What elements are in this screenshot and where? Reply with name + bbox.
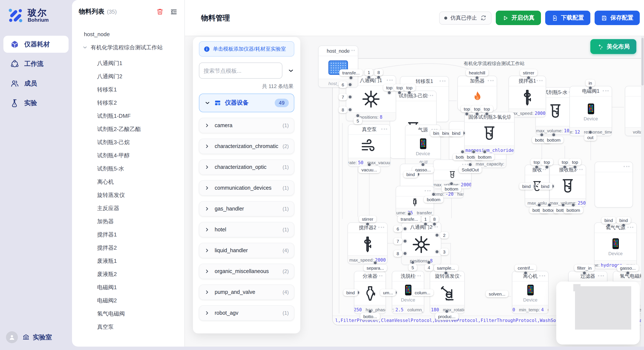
tree-item-20[interactable]: 真空泵: [72, 320, 184, 334]
port-chip-bottom[interactable]: bottom: [544, 137, 564, 143]
minimap-panel[interactable]: [556, 282, 640, 345]
sidebar-item-1[interactable]: 工作流: [4, 55, 68, 72]
save-config-button[interactable]: 保存配置: [594, 11, 640, 25]
sidebar-item-3[interactable]: 实验: [4, 94, 68, 111]
category-camera[interactable]: camera(1): [199, 118, 294, 133]
port-chip-6[interactable]: 6: [394, 225, 402, 232]
port-chip-bottom[interactable]: bottom: [564, 207, 583, 213]
port-chip-heatchill[interactable]: heatchill: [466, 69, 488, 76]
port-chip-gasso[interactable]: gasso...: [617, 265, 639, 271]
port-chip-bind[interactable]: bind: [538, 183, 552, 190]
panel-collapse-icon[interactable]: [288, 67, 294, 74]
node-menu-icon[interactable]: [427, 95, 433, 96]
node-menu-icon[interactable]: [432, 226, 438, 227]
port-chip-5[interactable]: 5: [354, 117, 362, 124]
node-menu-icon[interactable]: [415, 275, 421, 276]
port-chip-bottom[interactable]: bottom: [424, 196, 444, 203]
port-chip-vacuu[interactable]: vacuu...: [358, 166, 380, 173]
canvas-node-真空泵[interactable]: 真空泵pump_rate: 50max_vacuum: 0.1: [348, 124, 390, 167]
port-chip-7[interactable]: 7: [338, 94, 347, 100]
port-chip-SolidOut[interactable]: SolidOut: [459, 166, 482, 173]
category-pump_and_valve[interactable]: pump_and_valve(4): [199, 285, 294, 300]
node-menu-icon[interactable]: [425, 190, 430, 191]
port-chip-botto[interactable]: botto...: [360, 313, 380, 320]
port-chip-stirrer[interactable]: stirrer: [520, 69, 537, 76]
port-chip-bind[interactable]: bind: [449, 130, 464, 137]
node-menu-icon[interactable]: [577, 169, 583, 170]
tree-item-6[interactable]: 试剂瓶3-己烷: [72, 136, 184, 149]
tree-item-4[interactable]: 试剂瓶1-DMF: [72, 109, 184, 123]
port-chip-8[interactable]: 8: [430, 216, 439, 222]
sidebar-item-0[interactable]: 仪器耗材: [4, 36, 68, 53]
port-chip-4[interactable]: 4: [425, 264, 433, 271]
scrollbar-thumb[interactable]: [642, 38, 644, 85]
port-chip-transfe[interactable]: transfe...: [339, 69, 363, 76]
tree-item-5[interactable]: 试剂瓶2-乙酸乙酯: [72, 123, 184, 136]
canvas-node-partial-3[interactable]: voltage: 12: [625, 86, 641, 136]
port-chip-8[interactable]: 8: [338, 106, 347, 113]
node-menu-icon[interactable]: [378, 227, 384, 228]
tree-item-9[interactable]: 离心机: [72, 175, 184, 188]
port-chip-um[interactable]: um...: [380, 289, 396, 296]
port-chip-stirrer[interactable]: stirrer: [359, 216, 376, 222]
port-chip-bind[interactable]: bind: [602, 217, 616, 224]
tree-item-7[interactable]: 试剂瓶4-甲醇: [72, 149, 184, 162]
canvas-node-partial-0[interactable]: [594, 162, 633, 207]
node-menu-icon[interactable]: [387, 80, 393, 81]
port-chip-7[interactable]: 7: [394, 238, 402, 245]
port-chip-bottom[interactable]: bottom: [475, 154, 494, 160]
tree-item-root[interactable]: host_node: [72, 28, 184, 41]
port-chip-bottom[interactable]: bottom: [442, 185, 461, 192]
port-chip-top[interactable]: top: [481, 105, 493, 112]
port-chip-5[interactable]: 5: [408, 264, 417, 271]
port-chip-8[interactable]: 8: [374, 69, 383, 76]
port-chip-filterin[interactable]: filter_in: [574, 265, 594, 271]
download-config-button[interactable]: 下载配置: [545, 11, 590, 25]
tree-item-17[interactable]: 电磁阀1: [72, 281, 184, 294]
canvas-node-固体试剂瓶3-氯化镁[interactable]: 固体试剂瓶3-氯化镁agent: magnesium_chloridephys: [464, 112, 514, 154]
port-chip-1[interactable]: 1: [364, 69, 373, 76]
port-chip-transfe[interactable]: transfe...: [398, 216, 421, 222]
port-chip-bind[interactable]: bind: [616, 217, 631, 224]
node-menu-icon[interactable]: [462, 164, 468, 165]
node-menu-icon[interactable]: [440, 80, 446, 82]
refresh-icon[interactable]: [480, 15, 486, 21]
port-chip-bind[interactable]: bind: [519, 183, 534, 190]
canvas-node-搅拌器2[interactable]: 搅拌器2max_speed: 2000: [348, 222, 388, 264]
category-characterization_optic[interactable]: characterization_optic(1): [199, 160, 294, 175]
node-menu-icon[interactable]: [488, 80, 494, 81]
category-robot_agv[interactable]: robot_agv(1): [199, 305, 294, 321]
category-organic_miscellaneous[interactable]: organic_miscellaneous(2): [199, 264, 294, 279]
beautify-layout-button[interactable]: 美化布局: [590, 39, 636, 54]
category-communication_devices[interactable]: communication_devices(1): [199, 180, 294, 196]
avatar[interactable]: [6, 331, 18, 343]
port-chip-2[interactable]: 2: [440, 232, 448, 239]
port-chip-separa[interactable]: separa...: [364, 265, 387, 271]
canvas-node-离心机[interactable]: 离心机Devicetemp: 40min_temp: 4max_sp: [512, 271, 548, 314]
canvas-node-接收瓶3[interactable]: 接收瓶3max_volume: 250: [550, 165, 586, 207]
node-menu-icon[interactable]: [376, 275, 382, 276]
node-menu-icon[interactable]: [455, 275, 461, 276]
port-chip-colum[interactable]: colum...: [412, 289, 434, 296]
sidebar-item-2[interactable]: 成员: [4, 75, 68, 92]
port-chip-top[interactable]: top: [541, 159, 553, 166]
node-menu-icon[interactable]: [537, 80, 543, 81]
canvas-node-氢气气源[interactable]: 氢气气源Device_type: hydrogenmax_pre: [594, 222, 637, 269]
vertical-scrollbar[interactable]: [641, 36, 644, 347]
node-menu-icon[interactable]: [381, 128, 387, 130]
tree-item-8[interactable]: 试剂瓶5-水: [72, 162, 184, 175]
canvas-node-搅拌器1[interactable]: 搅拌器1max_speed: 2000: [508, 76, 546, 117]
node-menu-icon[interactable]: [540, 169, 546, 170]
category-characterization_chromatic[interactable]: characterization_chromatic(2): [199, 139, 294, 154]
node-menu-icon[interactable]: [539, 275, 545, 276]
port-chip-bind[interactable]: bind: [343, 289, 358, 296]
tree-item-3[interactable]: 转移泵2: [72, 96, 184, 109]
sidebar-item-lab[interactable]: 实验室: [22, 333, 52, 341]
port-chip-in[interactable]: in: [586, 80, 595, 86]
node-menu-icon[interactable]: [349, 50, 355, 51]
port-chip-solven[interactable]: solven...: [486, 291, 508, 297]
tree-item-15[interactable]: 废液瓶1: [72, 254, 184, 268]
category-liquid_handler[interactable]: liquid_handler(4): [199, 243, 294, 258]
category-hotel[interactable]: hotel(1): [199, 222, 294, 237]
tree-item-11[interactable]: 主反应器: [72, 201, 184, 215]
